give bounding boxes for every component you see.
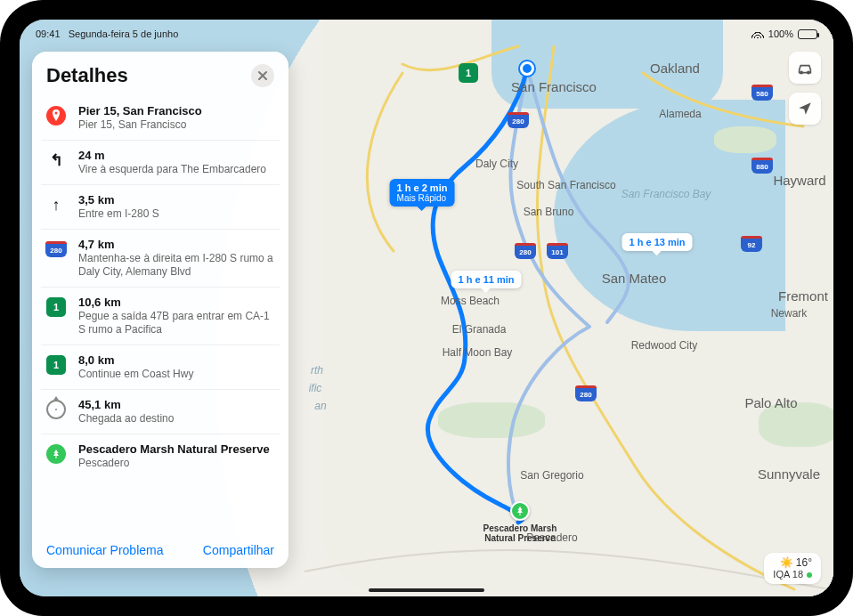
- home-indicator[interactable]: [369, 588, 484, 592]
- weather-temp: 16°: [796, 556, 812, 569]
- step-distance: 3,5 km: [78, 193, 276, 207]
- step-description: Entre em I-280 S: [78, 207, 276, 221]
- step-distance: 8,0 km: [78, 353, 276, 367]
- callout-time: 1 h e 13 min: [630, 237, 686, 247]
- map-label-sf: San Francisco: [511, 79, 597, 94]
- close-button[interactable]: [251, 64, 274, 87]
- map-label-hayward: Hayward: [773, 173, 825, 188]
- route-shield-580-icon: 580: [751, 85, 773, 101]
- aqi-dot-icon: [807, 572, 812, 578]
- step-distance: Pier 15, San Francisco: [78, 104, 276, 118]
- route-shield-880-icon: 880: [751, 158, 773, 174]
- callout-alt2[interactable]: 1 h e 13 min: [622, 233, 693, 251]
- step-description: Pier 15, San Francisco: [78, 118, 276, 132]
- route-shield-1-icon: 1: [459, 63, 478, 83]
- route-shield-280-icon: 280: [45, 241, 67, 257]
- map-label-halfmoon: Half Moon Bay: [443, 346, 513, 359]
- callout-sub: Mais Rápido: [397, 193, 448, 203]
- route-shield-1-icon: 1: [46, 297, 66, 317]
- map-label-sfbay: San Francisco Bay: [621, 188, 711, 200]
- step-distance: 24 m: [78, 149, 276, 162]
- status-date: Segunda-feira 5 de junho: [69, 28, 179, 39]
- arrive-icon: [46, 400, 66, 419]
- map-label-sangregorio: San Gregorio: [520, 469, 583, 482]
- map-label-pacific1: rth: [311, 364, 323, 377]
- map-label-paloalto: Palo Alto: [744, 395, 797, 410]
- route-shield-280-icon: 280: [575, 385, 597, 401]
- direction-step[interactable]: 2804,7 kmMantenha-se à direita em I-280 …: [41, 230, 280, 288]
- map-label-elgranada: El Granada: [452, 323, 507, 336]
- status-time: 09:41: [36, 28, 61, 39]
- map-label-fremont: Fremont: [778, 288, 828, 304]
- share-link[interactable]: Compartilhar: [203, 543, 274, 557]
- end-marker[interactable]: [510, 501, 530, 521]
- callout-alt1[interactable]: 1 h e 11 min: [451, 271, 522, 288]
- straight-icon: ↑: [53, 196, 61, 215]
- battery-pct: 100%: [768, 28, 793, 39]
- route-shield-280-icon: 280: [515, 243, 536, 259]
- close-icon: [257, 70, 268, 81]
- step-description: Vire à esquerda para The Embarcadero: [78, 163, 276, 176]
- map-label-newark: Newark: [771, 307, 808, 320]
- pin-icon: [46, 106, 66, 126]
- battery-icon: [798, 29, 817, 39]
- map-label-sanmateo: San Mateo: [602, 271, 667, 286]
- route-shield-92-icon: 92: [741, 236, 762, 252]
- svg-point-2: [808, 71, 809, 73]
- direction-step[interactable]: 45,1 kmChegada ao destino: [41, 390, 280, 434]
- location-arrow-icon: [797, 101, 813, 117]
- map-label-redwood: Redwood City: [631, 339, 698, 352]
- step-description: Pescadero: [78, 457, 276, 470]
- turn-left-icon: ↰: [50, 150, 63, 170]
- callout-time: 1 h e 2 min: [397, 182, 448, 193]
- callout-fastest[interactable]: 1 h e 2 min Mais Rápido: [390, 179, 455, 207]
- route-shield-1-icon: 1: [46, 355, 66, 375]
- step-description: Pegue a saída 47B para entrar em CA-1 S …: [78, 310, 276, 336]
- step-distance: 45,1 km: [78, 398, 276, 411]
- status-bar: 09:41 Segunda-feira 5 de junho 100%: [20, 25, 833, 43]
- card-title: Detalhes: [46, 64, 128, 87]
- car-icon: [796, 61, 814, 75]
- step-distance: 10,6 km: [78, 296, 276, 309]
- step-distance: 4,7 km: [78, 238, 276, 251]
- step-distance: Pescadero Marsh Natural Preserve: [78, 442, 276, 456]
- svg-rect-0: [520, 513, 521, 515]
- svg-point-1: [800, 71, 802, 73]
- weather-aqi: IQA 18: [773, 569, 803, 580]
- map-label-oakland: Oakland: [650, 61, 700, 76]
- step-description: Mantenha-se à direita em I-280 S rumo a …: [78, 252, 276, 279]
- map-label-mossbeach: Moss Beach: [441, 295, 500, 307]
- direction-step[interactable]: 110,6 kmPegue a saída 47B para entrar em…: [41, 288, 280, 345]
- park-icon: [46, 444, 66, 464]
- locate-button[interactable]: [789, 93, 821, 125]
- route-shield-280-icon: 280: [508, 112, 529, 128]
- tree-icon: [515, 506, 525, 516]
- map-label-daly: Daly City: [475, 158, 518, 170]
- details-card: Detalhes Pier 15, San FranciscoPier 15, …: [32, 52, 288, 568]
- direction-step[interactable]: Pescadero Marsh Natural PreservePescader…: [41, 434, 280, 478]
- callout-time: 1 h e 11 min: [459, 274, 515, 285]
- map-label-sanbruno: San Bruno: [524, 206, 574, 218]
- svg-rect-3: [56, 456, 57, 458]
- start-marker[interactable]: [520, 61, 534, 76]
- map-label-ssf: South San Francisco: [516, 179, 615, 191]
- directions-list[interactable]: Pier 15, San FranciscoPier 15, San Franc…: [32, 96, 288, 534]
- report-problem-link[interactable]: Comunicar Problema: [46, 543, 164, 557]
- step-description: Chegada ao destino: [78, 412, 276, 426]
- map-label-pacific3: an: [314, 400, 326, 412]
- direction-step[interactable]: ↰24 mVire à esquerda para The Embarcader…: [41, 141, 280, 185]
- map-label-sunnyvale: Sunnyvale: [758, 466, 820, 482]
- step-description: Continue em Coast Hwy: [78, 368, 276, 381]
- map-mode-button[interactable]: [789, 52, 821, 84]
- map-label-pacific2: ific: [309, 382, 322, 394]
- wifi-icon: [751, 29, 764, 38]
- direction-step[interactable]: ↑3,5 kmEntre em I-280 S: [41, 185, 280, 230]
- route-shield-101-icon: 101: [547, 243, 568, 259]
- direction-step[interactable]: 18,0 kmContinue em Coast Hwy: [41, 345, 280, 390]
- map-label-alameda: Alameda: [659, 108, 701, 120]
- end-marker-label: Pescadero MarshNatural Preserve: [483, 523, 557, 543]
- weather-chip[interactable]: ☀️ 16° IQA 18: [764, 553, 821, 584]
- direction-step[interactable]: Pier 15, San FranciscoPier 15, San Franc…: [41, 96, 280, 141]
